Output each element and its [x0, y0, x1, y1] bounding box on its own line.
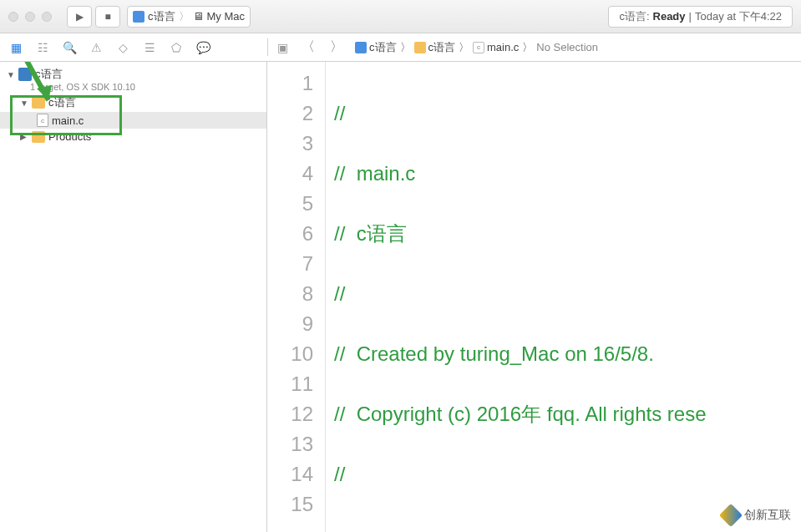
project-icon: [18, 68, 32, 81]
folder-icon: [32, 97, 45, 109]
run-button[interactable]: ▶: [67, 6, 92, 28]
status-project: c语言:: [619, 9, 649, 24]
line-number: 15: [267, 489, 313, 519]
no-selection: No Selection: [536, 41, 598, 53]
crumb-folder: c语言: [428, 40, 456, 55]
close-light[interactable]: [8, 12, 18, 22]
titlebar: ▶ ■ c语言 〉 🖥 My Mac c语言: Ready | Today at…: [0, 0, 801, 33]
find-navigator-icon[interactable]: 🔍: [62, 40, 77, 55]
status-state: Ready: [653, 10, 686, 23]
code-token: // Created by turing_Mac on 16/5/8.: [334, 342, 654, 365]
zoom-light[interactable]: [42, 12, 52, 22]
scheme-selector[interactable]: c语言 〉 🖥 My Mac: [127, 6, 251, 28]
line-number: 9: [267, 309, 313, 339]
chevron-right-icon: 〉: [179, 9, 190, 24]
tree-project[interactable]: ▼ c语言: [0, 65, 266, 84]
code-token: c语言: [357, 222, 407, 245]
debug-navigator-icon[interactable]: ☰: [142, 40, 157, 55]
line-number: 11: [267, 369, 313, 399]
back-button[interactable]: 〈: [298, 38, 318, 56]
code-token: //: [334, 463, 345, 485]
disclosure-triangle-icon[interactable]: ▼: [20, 99, 28, 108]
project-icon: [133, 11, 144, 23]
line-number: 8: [267, 279, 313, 309]
line-number: 5: [267, 189, 313, 219]
tree-folder[interactable]: ▼ c语言: [0, 94, 266, 112]
chevron-right-icon: 〉: [400, 40, 411, 55]
code-token: // Copyright (c) 2016年 fqq. All rights r…: [334, 403, 707, 425]
line-number: 14: [267, 459, 313, 489]
chevron-right-icon: 〉: [522, 40, 533, 55]
traffic-lights: [8, 12, 52, 22]
editor-bar: ▣ 〈 〉 c语言 〉 c语言 〉 cmain.c 〉 No Selection: [267, 38, 801, 56]
tree-file-selected[interactable]: c main.c: [0, 112, 266, 129]
symbol-navigator-icon[interactable]: ☷: [35, 40, 50, 55]
line-number: 13: [267, 429, 313, 459]
main-area: ▼ c语言 1 target, OS X SDK 10.10 ▼ c语言 c m…: [0, 62, 801, 532]
code-token: main.c: [357, 162, 416, 185]
crumb-project: c语言: [369, 40, 397, 55]
monitor-icon: 🖥: [193, 10, 204, 23]
watermark-logo-icon: [719, 504, 743, 527]
stop-button[interactable]: ■: [95, 6, 120, 28]
code-editor[interactable]: 1 2 3 4 5 6 7 8 9 10 11 12 13 14 15 // /…: [267, 62, 801, 532]
tree-label: c语言: [35, 67, 63, 82]
code-content[interactable]: // // main.c // c语言 // // Created by tur…: [326, 62, 707, 532]
crumb-file: main.c: [487, 41, 519, 53]
code-token: //: [334, 222, 357, 245]
forward-button[interactable]: 〉: [327, 38, 347, 56]
code-token: //: [334, 282, 345, 305]
tree-label: Products: [48, 130, 91, 143]
status-bar: c语言: Ready | Today at 下午4:22: [608, 6, 793, 28]
project-navigator: ▼ c语言 1 target, OS X SDK 10.10 ▼ c语言 c m…: [0, 62, 267, 532]
status-sep: |: [689, 10, 692, 23]
line-number: 7: [267, 249, 313, 279]
project-navigator-icon[interactable]: ▦: [8, 40, 23, 55]
navigator-bar: ▦ ☷ 🔍 ⚠ ◇ ☰ ⬠ 💬 ▣ 〈 〉 c语言 〉 c语言 〉 cmain.…: [0, 33, 801, 62]
tree-label: c语言: [48, 95, 76, 110]
line-number: 12: [267, 399, 313, 429]
breadcrumb[interactable]: c语言 〉 c语言 〉 cmain.c 〉 No Selection: [355, 40, 598, 55]
folder-icon: [32, 131, 45, 143]
issue-navigator-icon[interactable]: ⚠: [89, 40, 104, 55]
report-navigator-icon[interactable]: 💬: [195, 40, 210, 55]
test-navigator-icon[interactable]: ◇: [115, 40, 130, 55]
chevron-right-icon: 〉: [459, 40, 469, 55]
line-gutter: 1 2 3 4 5 6 7 8 9 10 11 12 13 14 15: [267, 62, 326, 532]
status-time: Today at 下午4:22: [695, 9, 782, 24]
disclosure-triangle-icon[interactable]: ▶: [20, 132, 28, 141]
minimize-light[interactable]: [25, 12, 35, 22]
project-icon: [355, 42, 367, 53]
line-number: 6: [267, 219, 313, 249]
file-icon: c: [473, 42, 484, 53]
code-token: //: [334, 102, 345, 124]
scheme-project: c语言: [148, 9, 175, 24]
breakpoint-navigator-icon[interactable]: ⬠: [169, 40, 184, 55]
watermark-text: 创新互联: [744, 508, 791, 523]
related-items-icon[interactable]: ▣: [275, 40, 290, 55]
line-number: 1: [267, 68, 313, 99]
tree-subtitle: 1 target, OS X SDK 10.10: [0, 82, 266, 92]
file-icon: c: [37, 114, 48, 127]
line-number: 4: [267, 159, 313, 189]
disclosure-triangle-icon[interactable]: ▼: [7, 70, 15, 79]
navigator-selector: ▦ ☷ 🔍 ⚠ ◇ ☰ ⬠ 💬: [0, 40, 267, 55]
tree-label: main.c: [52, 114, 84, 127]
line-number: 3: [267, 129, 313, 159]
folder-icon: [414, 42, 426, 53]
line-number: 2: [267, 99, 313, 129]
code-token: //: [334, 162, 357, 185]
tree-products[interactable]: ▶ Products: [0, 129, 266, 144]
scheme-device: My Mac: [207, 10, 246, 23]
line-number: 10: [267, 339, 313, 369]
watermark: 创新互联: [722, 507, 791, 524]
